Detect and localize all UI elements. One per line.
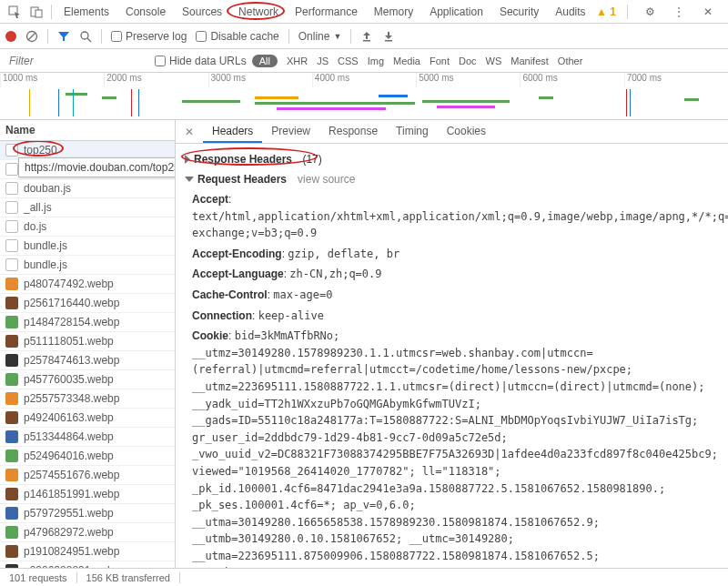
response-headers-section[interactable]: Response Headers (17)	[185, 149, 719, 169]
document-icon	[5, 258, 18, 271]
detail-tab-cookies[interactable]: Cookies	[438, 121, 495, 143]
request-row[interactable]: do.js	[0, 217, 175, 237]
request-row[interactable]: p579729551.webp	[0, 504, 175, 523]
network-timeline[interactable]: 1000 ms2000 ms3000 ms4000 ms5000 ms6000 …	[0, 73, 728, 120]
search-icon[interactable]	[79, 30, 92, 43]
request-row[interactable]: p524964016.webp	[0, 447, 175, 466]
request-row[interactable]: p492406163.webp	[0, 409, 175, 428]
request-row[interactable]: p2578474613.webp	[0, 351, 175, 370]
clear-icon[interactable]	[25, 30, 38, 43]
timeline-tick: 6000 ms	[520, 73, 623, 87]
svg-rect-8	[385, 40, 392, 42]
request-name: bundle.js	[24, 239, 67, 252]
document-icon	[5, 144, 18, 157]
chevron-down-icon	[185, 177, 194, 182]
request-name: p511118051.webp	[24, 335, 114, 348]
request-row[interactable]: p2574551676.webp	[0, 466, 175, 485]
image-icon	[5, 469, 18, 481]
request-row[interactable]: _all.js	[0, 198, 175, 217]
svg-line-4	[28, 33, 35, 40]
close-icon[interactable]: ✕	[701, 5, 715, 19]
header-row: Connection: keep-alive	[185, 306, 719, 327]
filter-pill-img[interactable]: Img	[368, 56, 384, 66]
detail-tab-headers[interactable]: Headers	[203, 121, 262, 143]
upload-har-icon[interactable]	[360, 30, 373, 43]
warning-badge[interactable]: ▲ 1	[596, 5, 616, 18]
request-headers-section[interactable]: Request Headers view source	[185, 169, 719, 189]
image-icon	[5, 354, 18, 367]
filter-icon[interactable]	[57, 30, 70, 43]
device-toggle-icon[interactable]	[29, 5, 44, 19]
filter-pill-other[interactable]: Other	[558, 56, 583, 66]
request-name: p479682972.webp	[24, 526, 114, 539]
inspect-icon[interactable]	[7, 5, 22, 19]
request-row[interactable]: p2561716440.webp	[0, 294, 175, 313]
filter-pill-js[interactable]: JS	[317, 56, 329, 66]
request-row[interactable]: top250https://movie.douban.com/top250	[0, 141, 175, 160]
svg-rect-7	[363, 40, 370, 42]
hide-data-urls-checkbox[interactable]: Hide data URLs	[155, 55, 247, 67]
settings-icon[interactable]: ⚙	[642, 5, 657, 19]
request-name: p480747492.webp	[24, 278, 114, 290]
request-row[interactable]: douban.js	[0, 179, 175, 198]
tab-performance[interactable]: Performance	[287, 2, 366, 22]
request-row[interactable]: p480747492.webp	[0, 275, 175, 294]
tab-network[interactable]: Network	[230, 2, 287, 22]
request-row[interactable]: p1461851991.webp	[0, 485, 175, 504]
timeline-tick: 4000 ms	[312, 73, 416, 87]
request-name: p457760035.webp	[24, 373, 114, 386]
request-name: p1461851991.webp	[24, 488, 119, 500]
tab-audits[interactable]: Audits	[547, 2, 593, 22]
filter-pill-all[interactable]: All	[252, 55, 278, 67]
request-row[interactable]: bundle.js	[0, 256, 175, 275]
view-source-link[interactable]: view source	[298, 173, 355, 186]
more-icon[interactable]: ⋮	[672, 5, 686, 19]
request-row[interactable]: p1910824951.webp	[0, 542, 175, 561]
status-bar: 101 requests 156 KB transferred	[0, 568, 728, 586]
filter-pill-css[interactable]: CSS	[338, 56, 359, 66]
request-row[interactable]: p513344864.webp	[0, 428, 175, 447]
detail-tab-preview[interactable]: Preview	[262, 121, 319, 143]
timeline-tick: 5000 ms	[416, 73, 520, 87]
download-har-icon[interactable]	[382, 30, 395, 43]
tab-elements[interactable]: Elements	[56, 2, 117, 22]
timeline-tick: 7000 ms	[624, 73, 728, 87]
filter-pill-doc[interactable]: Doc	[459, 56, 477, 66]
record-button[interactable]	[5, 31, 16, 42]
close-detail-icon[interactable]: ✕	[179, 126, 199, 138]
tab-console[interactable]: Console	[117, 2, 174, 22]
header-row: Accept: text/html,application/xhtml+xml,…	[185, 189, 719, 244]
request-row[interactable]: bundle.js	[0, 237, 175, 256]
request-row[interactable]: p457760035.webp	[0, 370, 175, 389]
tab-security[interactable]: Security	[491, 2, 547, 22]
tab-sources[interactable]: Sources	[174, 2, 230, 22]
request-name: bundle.js	[24, 258, 67, 271]
tab-application[interactable]: Application	[421, 2, 491, 22]
throttling-select[interactable]: Online ▼	[298, 30, 342, 43]
request-name: p513344864.webp	[24, 430, 114, 443]
request-row[interactable]: p511118051.webp	[0, 332, 175, 351]
filter-pill-ws[interactable]: WS	[486, 56, 502, 66]
timeline-tick: 2000 ms	[104, 73, 207, 87]
request-name: p2557573348.webp	[24, 392, 119, 405]
preserve-log-checkbox[interactable]: Preserve log	[111, 30, 187, 43]
filter-pill-manifest[interactable]: Manifest	[511, 56, 549, 66]
image-icon	[5, 430, 18, 443]
detail-tab-response[interactable]: Response	[319, 121, 387, 143]
image-icon	[5, 526, 18, 539]
disable-cache-checkbox[interactable]: Disable cache	[196, 30, 278, 43]
url-tooltip: https://movie.douban.com/top250	[18, 157, 175, 177]
filter-pill-xhr[interactable]: XHR	[287, 56, 308, 66]
request-row[interactable]: p2206088801.webp	[0, 561, 175, 568]
request-row[interactable]: p479682972.webp	[0, 523, 175, 542]
request-row[interactable]: p2557573348.webp	[0, 389, 175, 409]
filter-pill-media[interactable]: Media	[393, 56, 420, 66]
detail-tab-timing[interactable]: Timing	[387, 121, 438, 143]
filter-input[interactable]	[5, 53, 151, 69]
request-detail-panel: ✕ HeadersPreviewResponseTimingCookies Re…	[176, 120, 728, 568]
request-name: douban.js	[24, 182, 71, 195]
name-column-header[interactable]: Name	[0, 120, 175, 141]
tab-memory[interactable]: Memory	[366, 2, 421, 22]
request-row[interactable]: p1484728154.webp	[0, 313, 175, 332]
filter-pill-font[interactable]: Font	[430, 56, 450, 66]
